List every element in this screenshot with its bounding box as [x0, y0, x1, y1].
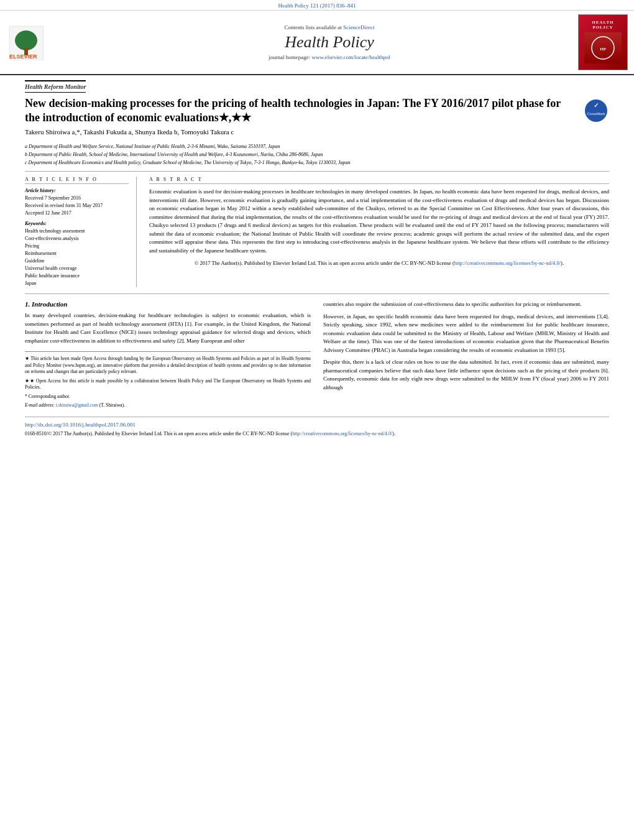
journal-cover-image: HEALTHPOLICY HP	[578, 14, 628, 70]
footnote-3: * Corresponding author.	[25, 394, 311, 400]
main-content: Health Reform Monitor New decision-makin…	[0, 75, 634, 443]
keyword-3: Pricing	[25, 242, 129, 250]
article-info-abstract-section: A R T I C L E I N F O Article history: R…	[25, 171, 609, 287]
received-revised-date: Received in revised form 31 May 2017	[25, 202, 129, 210]
body-right-para-2: However, in Japan, no specific health ec…	[323, 313, 609, 355]
affiliation-a: a Department of Health and Welfare Servi…	[25, 143, 609, 150]
article-title-area: New decision-making processes for the pr…	[25, 96, 609, 138]
svg-text:HP: HP	[600, 47, 606, 52]
received-date: Received 7 September 2016	[25, 195, 129, 202]
bottom-copyright: 0168-8510/© 2017 The Author(s). Publishe…	[25, 430, 609, 438]
journal-reference: Health Policy 121 (2017) 836–841	[0, 0, 634, 11]
section1-heading: 1. Introduction	[25, 300, 311, 308]
body-right-para-3: Despite this, there is a lack of clear r…	[323, 358, 609, 392]
keyword-1: Health technology assessment	[25, 228, 129, 235]
body-left-para-1: In many developed countries, decision-ma…	[25, 312, 311, 345]
article-info-title: A R T I C L E I N F O	[25, 177, 129, 184]
footnote-email: E-mail address: t.shiraiwa@gmail.com (T.…	[25, 402, 311, 409]
abstract-title: A B S T R A C T	[149, 177, 609, 184]
keywords-list: Health technology assessment Cost-effect…	[25, 228, 129, 287]
body-section: 1. Introduction In many developed countr…	[25, 293, 609, 412]
article-info-column: A R T I C L E I N F O Article history: R…	[25, 177, 137, 287]
abstract-text: Economic evaluation is used for decision…	[149, 188, 609, 255]
bottom-cc-link[interactable]: http://creativecommons.org/licenses/by-n…	[292, 431, 392, 436]
body-right-para-1: countries also require the submission of…	[323, 300, 609, 309]
cc-license-link[interactable]: http://creativecommons.org/licenses/by-n…	[454, 260, 561, 266]
keyword-5: Guideline	[25, 257, 129, 265]
abstract-copyright: © 2017 The Author(s). Published by Elsev…	[149, 260, 609, 267]
homepage-line: journal homepage: www.elsevier.com/locat…	[87, 54, 572, 60]
article-history-label: Article history:	[25, 188, 129, 193]
keyword-8: Japan	[25, 280, 129, 287]
abstract-column: A B S T R A C T Economic evaluation is u…	[149, 177, 609, 287]
crossmark-badge[interactable]: ✓ CrossMark	[584, 99, 609, 124]
journal-center-info: Contents lists available at ScienceDirec…	[87, 24, 572, 60]
section-label: Health Reform Monitor	[25, 80, 86, 93]
contents-available: Contents lists available at ScienceDirec…	[87, 24, 572, 30]
article-title-block: New decision-making processes for the pr…	[25, 96, 578, 138]
body-right-column: countries also require the submission of…	[323, 300, 609, 412]
body-left-column: 1. Introduction In many developed countr…	[25, 300, 311, 412]
doi-link[interactable]: http://dx.doi.org/10.1016/j.healthpol.20…	[25, 422, 136, 428]
accepted-date: Accepted 12 June 2017	[25, 210, 129, 217]
elsevier-logo: ELSEVIER	[6, 23, 81, 62]
journal-title: Health Policy	[87, 33, 572, 52]
svg-text:CrossMark: CrossMark	[587, 112, 605, 116]
svg-point-1	[15, 30, 37, 50]
article-dates: Received 7 September 2016 Received in re…	[25, 195, 129, 217]
doi-area: http://dx.doi.org/10.1016/j.healthpol.20…	[25, 417, 609, 438]
svg-text:✓: ✓	[594, 102, 599, 109]
affiliations: a Department of Health and Welfare Servi…	[25, 143, 609, 167]
footnote-1: ★ This article has been made Open Access…	[25, 356, 311, 376]
keyword-6: Universal health coverage	[25, 265, 129, 272]
keyword-4: Reimbursement	[25, 250, 129, 257]
svg-text:ELSEVIER: ELSEVIER	[9, 53, 37, 60]
keywords-label: Keywords:	[25, 221, 129, 226]
affiliation-b: b Department of Public Health, School of…	[25, 151, 609, 158]
sciencedirect-link[interactable]: ScienceDirect	[343, 24, 374, 30]
journal-header: ELSEVIER Contents lists available at Sci…	[0, 11, 634, 75]
footnotes-area: ★ This article has been made Open Access…	[25, 351, 311, 409]
keyword-2: Cost-effectiveness analysis	[25, 235, 129, 242]
affiliation-c: c Department of Healthcare Economics and…	[25, 159, 609, 166]
keyword-7: Public healthcare insurance	[25, 272, 129, 280]
footnote-2: ★★ Open Access for this article is made …	[25, 378, 311, 391]
authors-line: Takeru Shiroiwa a,*, Takashi Fukuda a, S…	[25, 128, 578, 136]
article-title: New decision-making processes for the pr…	[25, 96, 578, 126]
homepage-link[interactable]: www.elsevier.com/locate/healthpol	[312, 54, 390, 60]
email-link[interactable]: t.shiraiwa@gmail.com	[56, 402, 98, 408]
